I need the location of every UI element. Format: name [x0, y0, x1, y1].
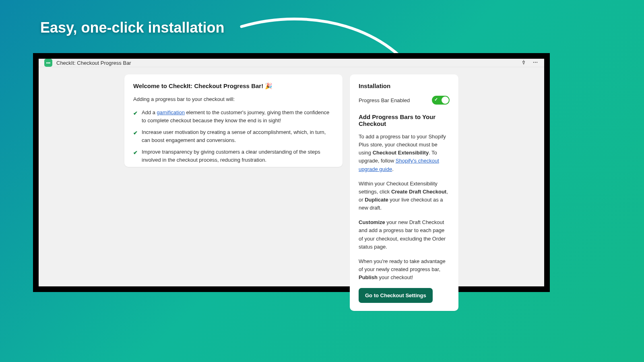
toggle-label: Progress Bar Enabled	[359, 97, 410, 103]
install-paragraph: To add a progress bar to your Shopify Pl…	[359, 133, 450, 173]
text-fragment: your checkout!	[378, 274, 413, 280]
add-progress-heading: Add Progress Bars to Your Checkout	[359, 113, 450, 127]
toggle-row: Progress Bar Enabled ✓	[359, 96, 450, 105]
app-window: ••• CheckIt: Checkout Progress Bar Welco…	[39, 59, 544, 286]
benefit-text: Improve transparency by giving customers…	[142, 148, 334, 164]
hero-heading: Easy, one-click installation	[40, 19, 225, 36]
topbar-left: ••• CheckIt: Checkout Progress Bar	[44, 59, 131, 67]
welcome-title: Welcome to CheckIt: Checkout Progress Ba…	[133, 82, 334, 90]
progress-bar-toggle[interactable]: ✓	[432, 96, 450, 105]
benefit-text: Add a gamification element to the custom…	[142, 109, 334, 124]
svg-point-1	[535, 62, 536, 62]
toggle-knob	[442, 97, 449, 104]
svg-point-2	[537, 62, 537, 62]
installation-card: Installation Progress Bar Enabled ✓ Add …	[350, 74, 458, 311]
toggle-check-icon: ✓	[434, 97, 438, 102]
screenshot-frame: ••• CheckIt: Checkout Progress Bar Welco…	[33, 53, 550, 292]
text-fragment: When you're ready to take advantage of y…	[359, 258, 446, 272]
welcome-subtitle: Adding a progress bar to your checkout w…	[133, 96, 334, 102]
topbar-right	[521, 60, 539, 66]
text-fragment: .	[392, 166, 394, 172]
benefit-list: ✔ Add a gamification element to the cust…	[133, 109, 334, 164]
go-to-checkout-settings-button[interactable]: Go to Checkout Settings	[359, 288, 433, 303]
app-title: CheckIt: Checkout Progress Bar	[56, 60, 131, 66]
benefit-item: ✔ Improve transparency by giving custome…	[133, 148, 334, 164]
text-strong: Publish	[359, 274, 378, 280]
more-icon[interactable]	[532, 60, 539, 66]
gamification-link[interactable]: gamification	[157, 109, 185, 115]
text-fragment: Add a	[142, 109, 157, 115]
check-icon: ✔	[133, 109, 138, 124]
benefit-item: ✔ Increase user motivation by creating a…	[133, 128, 334, 144]
text-strong: Customize	[359, 219, 385, 225]
welcome-card: Welcome to CheckIt: Checkout Progress Ba…	[124, 74, 343, 167]
check-icon: ✔	[133, 129, 138, 144]
text-strong: Create Draft Checkout	[391, 189, 446, 195]
pin-icon[interactable]	[521, 60, 526, 66]
install-paragraph: When you're ready to take advantage of y…	[359, 257, 450, 282]
text-strong: Duplicate	[365, 197, 388, 203]
benefit-item: ✔ Add a gamification element to the cust…	[133, 109, 334, 124]
app-icon: •••	[44, 59, 52, 67]
install-paragraph: Within your Checkout Extensibility setti…	[359, 180, 450, 212]
check-icon: ✔	[133, 149, 138, 164]
main-content: Welcome to CheckIt: Checkout Progress Ba…	[39, 67, 544, 311]
benefit-text: Increase user motivation by creating a s…	[142, 128, 334, 144]
topbar: ••• CheckIt: Checkout Progress Bar	[39, 59, 544, 67]
installation-heading: Installation	[359, 82, 450, 89]
text-strong: Checkout Extensibility	[373, 150, 429, 156]
svg-point-0	[533, 62, 534, 62]
install-paragraph: Customize your new Draft Checkout and ad…	[359, 218, 450, 251]
